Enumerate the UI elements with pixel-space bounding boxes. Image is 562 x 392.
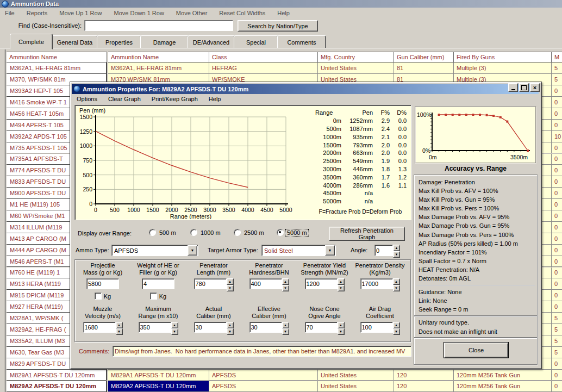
menu-reports[interactable]: Reports xyxy=(26,9,49,17)
field-input[interactable] xyxy=(142,278,174,289)
field-input[interactable] xyxy=(86,278,119,289)
comments-input[interactable] xyxy=(113,346,411,357)
table-cell[interactable]: APFSDS xyxy=(209,370,318,381)
spin-up-icon[interactable]: ▲ xyxy=(227,278,234,285)
table-cell[interactable]: 120mm M256 Tank Gun xyxy=(454,381,552,392)
spin-up-icon[interactable]: ▲ xyxy=(282,278,289,285)
table-cell[interactable]: 0 xyxy=(552,358,562,370)
table-cell[interactable]: 0 xyxy=(552,256,562,267)
table-cell[interactable]: 0 xyxy=(552,290,562,301)
angle-input[interactable] xyxy=(374,245,393,256)
table-row-frozen-name[interactable]: M362A1, HE-FRAG 81mm xyxy=(7,63,107,74)
field-input[interactable] xyxy=(249,278,282,289)
range-radio-1000m[interactable]: 1000 m xyxy=(190,229,222,236)
table-cell[interactable]: 10 xyxy=(552,131,562,142)
table-cell[interactable]: 120 xyxy=(394,381,454,392)
table-cell[interactable]: 0 xyxy=(552,188,562,199)
table-cell[interactable]: 5 xyxy=(552,313,562,324)
tab-complete[interactable]: Complete xyxy=(10,34,53,49)
spin-up-icon[interactable]: ▲ xyxy=(338,278,345,285)
spin-up-icon[interactable]: ▲ xyxy=(393,322,400,328)
ammo-dropdown-arrow-icon[interactable]: ▼ xyxy=(188,245,197,256)
table-cell[interactable]: 0 xyxy=(552,301,562,313)
table-cell[interactable]: 5 xyxy=(552,335,562,347)
range-radio-2500m[interactable]: 2500 m xyxy=(234,229,265,236)
column-header-2[interactable]: Mfg. Country xyxy=(318,52,394,63)
field-input[interactable] xyxy=(194,278,227,289)
table-cell[interactable]: 0 xyxy=(552,233,562,245)
table-cell[interactable]: 0 xyxy=(552,199,562,210)
spin-down-icon[interactable]: ▼ xyxy=(282,285,289,291)
minimize-button[interactable] xyxy=(508,83,518,92)
spin-up-icon[interactable]: ▲ xyxy=(338,322,345,328)
spin-down-icon[interactable]: ▼ xyxy=(227,285,234,291)
field-input[interactable] xyxy=(305,322,338,333)
tab-general-data[interactable]: General Data xyxy=(52,35,98,49)
table-cell[interactable]: 5 xyxy=(552,63,562,74)
angle-down-icon[interactable]: ▼ xyxy=(393,251,400,258)
spin-up-icon[interactable]: ▲ xyxy=(393,278,400,285)
spin-down-icon[interactable]: ▼ xyxy=(171,328,178,335)
table-cell[interactable]: APFSDS xyxy=(209,381,318,392)
table-cell[interactable]: 0 xyxy=(552,176,562,188)
table-cell[interactable]: 0 xyxy=(552,267,562,279)
refresh-penetration-graph-button[interactable]: Refresh Penetration Graph xyxy=(329,227,405,241)
dialog-menu-clear-graph[interactable]: Clear Graph xyxy=(107,95,142,103)
table-row-frozen-name[interactable]: M829A1 APFSDS-T DU 120mm xyxy=(7,370,107,381)
menu-move-up-1-row[interactable]: Move Up 1 Row xyxy=(58,9,103,17)
table-row-frozen-name[interactable]: M829A2 APFSDS-T DU 120mm xyxy=(7,381,107,392)
table-cell[interactable]: 0 xyxy=(552,370,562,381)
table-cell[interactable]: 0 xyxy=(552,154,562,165)
dialog-menu-print-keep-graph[interactable]: Print/Keep Graph xyxy=(151,95,199,103)
menu-move-down-1-row[interactable]: Move Down 1 Row xyxy=(113,9,165,17)
tab-damage[interactable]: Damage xyxy=(140,35,189,49)
search-by-nation-type-button[interactable]: Search by Nation/Type xyxy=(238,20,318,32)
table-cell[interactable]: M829A2 APFSDS-T DU 120mm xyxy=(108,381,209,392)
column-header-4[interactable]: Fired By Guns xyxy=(454,52,552,63)
armor-dropdown-arrow-icon[interactable]: ▼ xyxy=(325,245,335,256)
field-input[interactable] xyxy=(249,322,282,333)
menu-reset-col-widths[interactable]: Reset Col Widths xyxy=(218,9,266,17)
spin-down-icon[interactable]: ▼ xyxy=(393,328,400,335)
kg-checkbox[interactable] xyxy=(150,293,157,300)
spin-down-icon[interactable]: ▼ xyxy=(282,328,289,335)
dialog-menu-options[interactable]: Options xyxy=(76,95,98,103)
spin-up-icon[interactable]: ▲ xyxy=(227,322,234,328)
table-cell[interactable]: 0 xyxy=(552,278,562,290)
table-cell[interactable]: United States xyxy=(318,370,394,381)
table-cell[interactable]: 0 xyxy=(552,210,562,222)
find-input[interactable] xyxy=(84,20,233,31)
table-cell[interactable]: 0 xyxy=(552,97,562,108)
table-cell[interactable]: 0 xyxy=(552,245,562,256)
table-cell[interactable]: 81 xyxy=(394,63,454,74)
close-window-button[interactable]: × xyxy=(530,83,540,92)
spin-up-icon[interactable]: ▲ xyxy=(282,322,289,328)
table-cell[interactable]: 120mm M256 Tank Gun xyxy=(454,370,552,381)
table-cell[interactable]: M829A1 APFSDS-T DU 120mm xyxy=(108,370,209,381)
table-cell[interactable]: 0 xyxy=(552,381,562,392)
spin-down-icon[interactable]: ▼ xyxy=(338,328,345,335)
spin-down-icon[interactable]: ▼ xyxy=(227,328,234,335)
table-cell[interactable]: 5 xyxy=(552,74,562,85)
left-scrollbar[interactable] xyxy=(0,49,6,392)
table-cell[interactable]: 0 xyxy=(552,142,562,154)
field-input[interactable] xyxy=(194,322,227,333)
tab-properties[interactable]: Properties xyxy=(97,35,141,49)
table-cell[interactable]: Multiple (3) xyxy=(454,63,552,74)
maximize-button[interactable] xyxy=(519,83,529,92)
table-cell[interactable]: 5 xyxy=(552,324,562,335)
column-header-1[interactable]: Class xyxy=(209,52,318,63)
table-cell[interactable]: 0 xyxy=(552,222,562,233)
kg-checkbox[interactable] xyxy=(95,293,102,300)
spin-up-icon[interactable]: ▲ xyxy=(116,322,123,328)
spin-up-icon[interactable]: ▲ xyxy=(171,322,178,328)
menu-file[interactable]: File xyxy=(4,9,16,17)
table-cell[interactable]: 5 xyxy=(552,347,562,358)
field-input[interactable] xyxy=(83,322,116,333)
column-header-5[interactable]: M xyxy=(552,52,562,63)
menu-move-other[interactable]: Move Other xyxy=(175,9,208,17)
tab-de-advanced[interactable]: DE/Advanced xyxy=(188,35,235,49)
column-header-0[interactable]: Ammuntion Name xyxy=(108,52,209,63)
field-input[interactable] xyxy=(305,278,338,289)
field-input[interactable] xyxy=(139,322,171,333)
